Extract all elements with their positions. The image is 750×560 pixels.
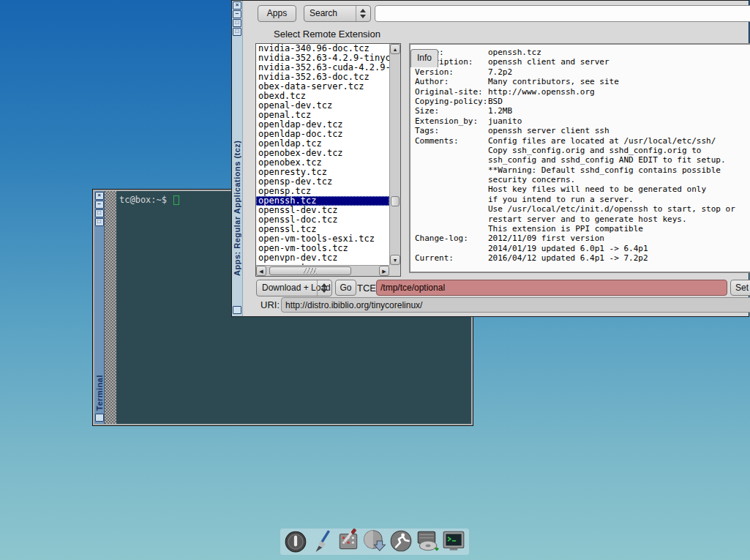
search-mode-choice[interactable]: Search <box>304 5 371 22</box>
extension-info-panel: Title: openssh.tcz Description: openssh … <box>409 43 750 273</box>
horizontal-scrollbar[interactable]: ◀ ▶ <box>256 265 389 276</box>
info-line-label: Author: <box>415 77 488 86</box>
info-line-text: Host key files will need to be generated… <box>488 184 706 194</box>
package-item[interactable]: openldap.tcz <box>256 139 389 149</box>
scrollbar-corner <box>389 265 400 276</box>
package-item[interactable]: openssl-dev.tcz <box>256 206 389 215</box>
info-line: restart server and to generate host keys… <box>415 214 750 224</box>
package-item[interactable]: openssl-doc.tcz <box>256 215 389 225</box>
dock <box>280 529 469 555</box>
info-line: if you intend to run a server. <box>415 195 750 204</box>
info-line: 2014/01/19 updated 6.0p1 -> 6.4p1 <box>415 244 750 253</box>
vertical-scrollbar[interactable]: ▲ ▼ <box>389 44 400 265</box>
info-line-label <box>415 165 488 175</box>
go-button[interactable]: Go <box>335 280 356 296</box>
horizontal-scroll-thumb[interactable] <box>269 266 351 275</box>
uri-label: URI: <box>260 299 280 310</box>
run-icon[interactable] <box>389 529 413 553</box>
iconify-icon[interactable]: − <box>95 201 104 209</box>
info-line-label: Current: <box>415 253 488 263</box>
uri-input[interactable] <box>281 297 750 313</box>
info-line: Copying-policy: BSD <box>415 97 750 106</box>
search-mode-label: Search <box>310 8 337 18</box>
mount-tool-icon[interactable] <box>415 529 440 553</box>
package-item[interactable]: opensp.tcz <box>256 187 389 196</box>
package-item[interactable]: openvpn-dev.tcz <box>256 253 389 263</box>
shade-icon[interactable]: □ <box>95 218 104 226</box>
info-line: Use /usr/local/etc/init.d/openssh to sta… <box>415 204 750 214</box>
info-line-text: restart server and to generate host keys… <box>488 214 687 224</box>
info-line: Current: 2016/04/12 updated 6.4p1 -> 7.2… <box>415 253 750 263</box>
package-item[interactable]: openresty.tcz <box>256 168 389 177</box>
package-item[interactable]: open-vm-tools-esxi.tcz <box>256 234 389 244</box>
package-item[interactable]: openssl.tcz <box>256 225 389 234</box>
package-item[interactable]: openldap-dev.tcz <box>256 120 389 130</box>
package-item[interactable]: openobex.tcz <box>256 158 389 168</box>
info-line-label: Comments: <box>415 136 488 146</box>
info-line: Tags: openssh server client ssh <box>415 126 750 135</box>
resize-handle-icon[interactable] <box>233 306 241 314</box>
info-line-label <box>415 195 488 204</box>
package-item[interactable]: open-vm-tools.tcz <box>256 244 389 253</box>
package-item[interactable]: openssh.tcz <box>256 196 389 206</box>
shade-icon[interactable]: □ <box>233 28 241 36</box>
info-line-text: This extension is PPI compatible <box>488 224 643 234</box>
package-item[interactable]: nvidia-352.63-doc.tcz <box>256 72 389 82</box>
scroll-up-icon[interactable]: ▲ <box>390 44 400 54</box>
info-line-text: Copy ssh_config.orig and sshd_config.ori… <box>488 146 701 155</box>
info-line-text: juanito <box>488 116 522 126</box>
package-item[interactable]: nvidia-352.63-4.2.9-tinycore64 <box>256 53 389 63</box>
package-list: nvidia-340.96-doc.tcz nvidia-352.63-4.2.… <box>256 44 389 265</box>
info-line-label: Extension_by: <box>415 116 488 126</box>
chevron-updown-icon <box>356 6 370 21</box>
info-line-label: Tags: <box>415 126 488 135</box>
maximize-icon[interactable]: □ <box>95 209 104 217</box>
info-line-text: openssh.tcz <box>488 48 541 57</box>
info-line: **Warning: Default sshd_config contains … <box>415 165 750 175</box>
scroll-down-icon[interactable]: ▼ <box>390 255 400 265</box>
close-icon[interactable]: × <box>233 1 241 10</box>
package-item[interactable]: obex-data-server.tcz <box>256 82 389 92</box>
maximize-icon[interactable]: □ <box>233 19 241 27</box>
vertical-scroll-thumb[interactable] <box>391 196 400 206</box>
package-item[interactable]: openal-dev.tcz <box>256 101 389 111</box>
info-line-label <box>415 184 488 194</box>
tce-path-input[interactable] <box>376 280 727 296</box>
terminal-icon[interactable] <box>441 529 466 553</box>
package-item[interactable]: openobex-dev.tcz <box>256 149 389 158</box>
set-button[interactable]: Set <box>730 280 750 296</box>
info-line-text: security concerns. <box>488 175 575 184</box>
info-line-text: 2012/11/09 first version <box>488 234 604 243</box>
package-item[interactable]: obexd.tcz <box>256 92 389 101</box>
package-item[interactable]: nvidia-340.96-doc.tcz <box>256 44 389 53</box>
tab[interactable]: Info <box>410 49 438 67</box>
package-item[interactable]: opensp-dev.tcz <box>256 177 389 187</box>
info-line: security concerns. <box>415 175 750 184</box>
terminal-scrollbar[interactable] <box>105 191 116 424</box>
search-input[interactable] <box>375 5 750 22</box>
package-item[interactable]: openldap-doc.tcz <box>256 130 389 139</box>
apps-download-icon[interactable] <box>362 529 387 553</box>
close-icon[interactable]: × <box>95 192 104 200</box>
paintbrush-icon[interactable] <box>310 529 334 553</box>
info-line-text: Use /usr/local/etc/init.d/openssh to sta… <box>488 204 735 214</box>
iconify-icon[interactable]: − <box>233 10 241 18</box>
scroll-left-icon[interactable]: ◀ <box>256 266 266 276</box>
resize-handle-icon[interactable] <box>95 414 104 422</box>
control-panel-icon[interactable] <box>336 529 361 553</box>
info-line-text: Many contributors, see site <box>488 77 619 86</box>
package-item[interactable]: openal.tcz <box>256 111 389 120</box>
info-line: Comments: Config files are located at /u… <box>415 136 750 146</box>
info-line-text: 7.2p2 <box>488 67 512 77</box>
power-icon[interactable] <box>283 529 308 553</box>
package-item[interactable]: nvidia-352.63-cuda-4.2.9-tinyc <box>256 63 389 72</box>
scroll-right-icon[interactable]: ▶ <box>379 266 389 276</box>
terminal-titlebar[interactable]: × − □ □ Terminal <box>94 191 105 424</box>
info-line: ssh_config and sshd_config AND EDIT to f… <box>415 155 750 165</box>
apps-menu-button[interactable]: Apps <box>258 5 296 22</box>
action-choice[interactable]: Download + Load <box>256 280 332 296</box>
info-line-label: Change-log: <box>415 234 488 243</box>
info-line-text: 1.2MB <box>488 106 512 116</box>
apps-titlebar[interactable]: × − □ □ Apps: Regular Applications (tcz) <box>232 1 243 316</box>
info-line-text: BSD <box>488 97 503 106</box>
